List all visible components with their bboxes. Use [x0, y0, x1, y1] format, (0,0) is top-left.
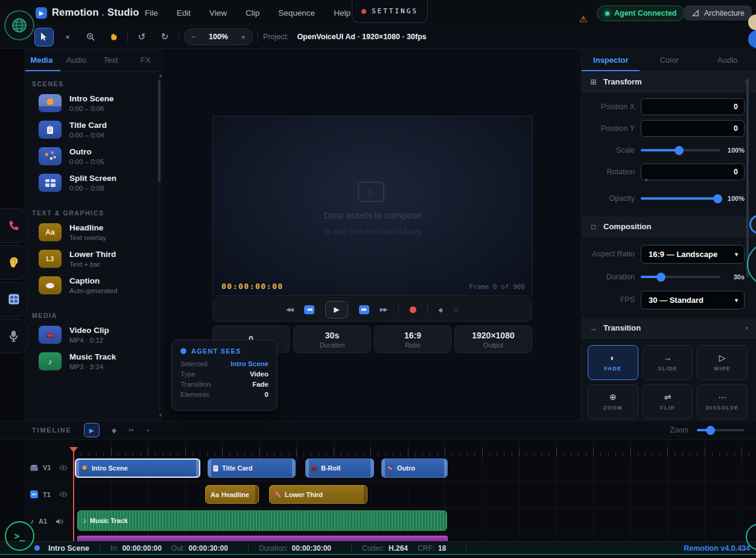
- slider-knob[interactable]: [706, 426, 715, 435]
- scene-item-intro[interactable]: Intro Scene 0:00 – 0:06: [24, 90, 163, 116]
- rotation-input[interactable]: 0: [641, 163, 745, 180]
- media-item-video-clip[interactable]: Video Clip MP4 · 0:12: [24, 322, 163, 348]
- brand: Remotion.Studio: [52, 7, 139, 18]
- clip-title-card[interactable]: Title Card: [208, 458, 296, 478]
- aspect-ratio-select[interactable]: 16:9 — Landscape ▾: [641, 245, 745, 264]
- fps-select[interactable]: 30 — Standard ▾: [641, 291, 745, 309]
- tab-fx[interactable]: FX: [129, 48, 164, 71]
- cut-tool-button[interactable]: ×: [59, 28, 77, 46]
- transition-wipe-button[interactable]: ▷ WIPE: [697, 345, 748, 380]
- menu-sequence[interactable]: Sequence: [278, 8, 315, 17]
- text-item-headline[interactable]: Aa Headline Text overlay: [24, 219, 163, 246]
- menu-clip[interactable]: Clip: [246, 8, 259, 17]
- position-y-input[interactable]: 0: [641, 120, 745, 137]
- card-value: 16:9: [404, 331, 421, 340]
- clipboard-glyph: [46, 125, 54, 135]
- clip-headline[interactable]: Aa Headline: [205, 485, 259, 504]
- eye-icon[interactable]: [59, 492, 68, 497]
- menu-help[interactable]: Help: [334, 8, 351, 17]
- tab-text[interactable]: Text: [94, 48, 129, 71]
- playhead[interactable]: [73, 447, 74, 541]
- terminal-button[interactable]: >_: [5, 521, 34, 551]
- zoom-out-button[interactable]: −: [191, 33, 196, 42]
- clip-outro[interactable]: Outro: [381, 458, 448, 478]
- redo-button[interactable]: ↻: [156, 28, 174, 46]
- timeline-cut-button[interactable]: ✂: [129, 426, 134, 434]
- transition-fade-button[interactable]: ◐ FADE: [588, 345, 638, 380]
- text-item-caption[interactable]: Caption Auto-generated: [24, 272, 163, 299]
- slider-knob[interactable]: [713, 194, 722, 203]
- select-tool-button[interactable]: [34, 28, 54, 46]
- fast-forward-button[interactable]: ▶▶: [359, 305, 369, 314]
- tab-inspector[interactable]: Inspector: [582, 48, 640, 71]
- project-title: OpenVoiceUI Ad: [297, 33, 355, 41]
- menu-view[interactable]: View: [209, 8, 227, 17]
- globe-logo[interactable]: [4, 10, 34, 40]
- keyframe-button[interactable]: ◆: [439, 306, 443, 313]
- clip-b-roll[interactable]: B-Roll: [305, 458, 374, 478]
- scroll-down-icon[interactable]: ▼: [158, 413, 163, 418]
- timeline-play-button[interactable]: ▶: [84, 423, 100, 437]
- slider-knob[interactable]: [675, 146, 684, 155]
- settings-tab[interactable]: SETTINGS: [352, 0, 428, 23]
- hand-tool-button[interactable]: [104, 28, 122, 46]
- scale-slider[interactable]: [641, 149, 720, 151]
- text-item-lower-third[interactable]: L3 Lower Third Text + bar: [24, 246, 163, 272]
- menu-file[interactable]: File: [145, 8, 158, 17]
- bottom-accent-line: [0, 554, 756, 555]
- architecture-button[interactable]: Architecture: [684, 5, 752, 21]
- tab-audio[interactable]: Audio: [698, 48, 756, 71]
- record-button[interactable]: [410, 306, 416, 313]
- transition-section-header[interactable]: → Transition ▾: [582, 318, 756, 338]
- tab-color[interactable]: Color: [640, 48, 699, 71]
- status-divider: [466, 545, 466, 552]
- menu-edit[interactable]: Edit: [177, 8, 191, 17]
- transition-slide-button[interactable]: → SLIDE: [643, 345, 693, 380]
- timeline-zoom-slider[interactable]: [697, 429, 744, 431]
- scene-item-outro[interactable]: Outro 0:00 – 0:05: [24, 143, 163, 170]
- play-button[interactable]: ▶: [325, 301, 348, 319]
- zoom-tool-button[interactable]: [81, 28, 100, 46]
- output-card: 1920×1080 Output: [454, 326, 532, 353]
- row-label: Elements: [180, 391, 209, 398]
- sidebar-scrollbar-thumb[interactable]: [158, 80, 160, 182]
- tab-media[interactable]: Media: [24, 48, 59, 71]
- scene-item-split-screen[interactable]: Split Screen 0:00 – 0:08: [24, 170, 163, 196]
- skip-start-button[interactable]: ◀◀: [286, 306, 293, 312]
- rewind-button[interactable]: ◀◀: [304, 305, 314, 314]
- transform-section-header[interactable]: ⊞ Transform ▾: [582, 72, 756, 92]
- opacity-slider[interactable]: [641, 197, 720, 200]
- media-item-music-track[interactable]: ♪ Music Track MP3 · 3:24: [24, 348, 163, 375]
- phone-panel-tab[interactable]: [0, 208, 28, 243]
- mic-panel-tab[interactable]: [0, 319, 28, 354]
- inspector-scrollbar-thumb[interactable]: [746, 78, 749, 277]
- timeline-add-track-button[interactable]: +: [146, 426, 150, 434]
- preview-viewport[interactable]: ▷ Drop assets to compose or drag from th…: [212, 116, 533, 296]
- scene-item-title-card[interactable]: Title Card 0:00 – 0:04: [24, 116, 163, 143]
- slider-knob[interactable]: [656, 273, 665, 282]
- tab-audio[interactable]: Audio: [59, 48, 94, 71]
- scenes-section-title: SCENES: [32, 80, 163, 87]
- composition-section-header[interactable]: □ Composition ▾: [582, 217, 756, 237]
- eye-icon[interactable]: [59, 465, 68, 471]
- keyframe-outline-button[interactable]: ◇: [454, 306, 459, 313]
- skip-end-button[interactable]: ▶▶: [380, 306, 387, 312]
- zoom-in-button[interactable]: +: [241, 33, 246, 42]
- timeline-keyframe-button[interactable]: ◆: [112, 426, 116, 434]
- transition-dissolve-button[interactable]: ··· DISSOLVE: [697, 384, 748, 419]
- transition-zoom-button[interactable]: ⊕ ZOOM: [588, 384, 638, 419]
- undo-button[interactable]: ↺: [133, 28, 151, 46]
- transition-flip-button[interactable]: ⇌ FLIP: [643, 384, 693, 419]
- mixer-panel-tab[interactable]: [0, 282, 28, 317]
- clip-lower-third[interactable]: Lower Third: [269, 485, 367, 504]
- speaker-icon[interactable]: [56, 518, 63, 525]
- duration-slider[interactable]: [641, 276, 720, 278]
- ear-panel-tab[interactable]: [0, 245, 28, 280]
- film-clapper-icon: [39, 326, 62, 344]
- scroll-up-icon[interactable]: ▲: [158, 73, 163, 78]
- clip-music-track[interactable]: ♪ Music Track: [77, 510, 447, 531]
- clip-label: Title Card: [222, 464, 253, 472]
- clip-intro-scene[interactable]: Intro Scene: [75, 458, 200, 478]
- position-x-input[interactable]: 0: [641, 98, 745, 115]
- timeline-ruler[interactable]: [74, 441, 756, 457]
